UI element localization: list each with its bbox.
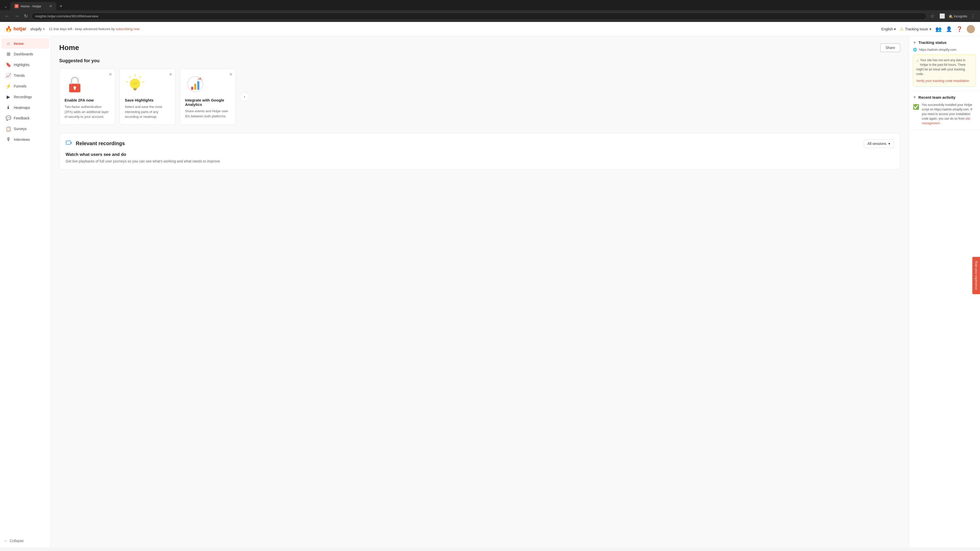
suggested-section-title: Suggested for you bbox=[59, 58, 900, 64]
extension-button[interactable]: ⬜ bbox=[938, 12, 947, 20]
tab-list-button[interactable]: ⌄ bbox=[2, 3, 10, 10]
activity-text: You successfully installed your Hotjar s… bbox=[922, 103, 976, 125]
feedback-icon: 💬 bbox=[6, 115, 11, 121]
watch-title: Watch what users see and do bbox=[65, 152, 894, 157]
menu-button[interactable]: ⋮ bbox=[969, 12, 977, 20]
dashboards-icon: ⊞ bbox=[6, 51, 11, 57]
collapse-arrow-icon: ← bbox=[4, 539, 8, 543]
back-button[interactable]: ← bbox=[3, 13, 11, 20]
sidebar-item-surveys[interactable]: 📋 Surveys bbox=[2, 124, 49, 134]
sidebar-interviews-label: Interviews bbox=[14, 138, 30, 141]
svg-rect-12 bbox=[191, 87, 193, 90]
reload-button[interactable]: ↻ bbox=[22, 12, 29, 20]
globe-icon: 🌐 bbox=[913, 48, 917, 52]
incognito-label: Incognito bbox=[954, 14, 967, 18]
warning-icon: ⚠ bbox=[916, 59, 919, 63]
avatar[interactable] bbox=[967, 25, 975, 33]
svg-line-7 bbox=[126, 82, 128, 82]
logo-icon: 🔥 bbox=[5, 26, 12, 32]
sidebar: ⌂ Home ⊞ Dashboards 🔖 Highlights 📈 Trend… bbox=[0, 36, 51, 548]
card-analytics-desc: Share events and Hotjar user IDs between… bbox=[185, 109, 231, 119]
svg-line-4 bbox=[140, 76, 141, 78]
add-user-button[interactable]: 👥 bbox=[935, 26, 942, 32]
card-highlights-desc: Select and save the most interesting par… bbox=[125, 104, 170, 119]
tracking-issue-label: Tracking issue bbox=[905, 27, 928, 31]
sidebar-item-recordings[interactable]: ▶ Recordings bbox=[2, 92, 49, 102]
card-2fa-title: Enable 2FA now bbox=[65, 98, 94, 102]
warning-text: Your site has not sent any data to Hotja… bbox=[916, 59, 966, 76]
svg-line-6 bbox=[129, 76, 130, 78]
sidebar-item-trends[interactable]: 📈 Trends bbox=[2, 70, 49, 81]
watch-desc: Get live playbacks of full user journeys… bbox=[65, 159, 894, 163]
rate-experience-tab[interactable]: Rate your experience bbox=[972, 257, 980, 294]
svg-rect-17 bbox=[66, 141, 71, 144]
help-button[interactable]: ❓ bbox=[956, 26, 963, 32]
incognito-button[interactable]: 🕵 Incognito bbox=[948, 14, 967, 18]
activity-collapse-icon[interactable]: ▼ bbox=[913, 95, 916, 99]
card-close-button-analytics[interactable]: ✕ bbox=[229, 72, 232, 77]
site-selector[interactable]: shopify ▾ bbox=[30, 27, 45, 31]
share-button[interactable]: Share bbox=[880, 43, 900, 52]
card-close-button-2fa[interactable]: ✕ bbox=[109, 72, 112, 77]
svg-marker-18 bbox=[71, 142, 72, 144]
address-bar[interactable]: insights.hotjar.com/sites/3814994/overvi… bbox=[32, 13, 927, 20]
sidebar-funnels-label: Funnels bbox=[14, 84, 27, 88]
active-tab[interactable]: H Home - Hotjar ✕ bbox=[11, 2, 56, 10]
rate-experience-label: Rate your experience bbox=[974, 261, 978, 290]
new-tab-button[interactable]: + bbox=[57, 2, 65, 10]
card-google-analytics: ✕ bbox=[180, 68, 236, 125]
sidebar-dashboards-label: Dashboards bbox=[14, 52, 33, 56]
svg-rect-2 bbox=[74, 88, 76, 90]
sidebar-collapse-button[interactable]: ← Collapse bbox=[0, 536, 51, 545]
logo[interactable]: 🔥 hotjar bbox=[5, 26, 26, 32]
sessions-filter[interactable]: All sessions ▾ bbox=[864, 139, 894, 148]
recent-activity-label: Recent team activity bbox=[918, 95, 956, 100]
interviews-icon: 🎙 bbox=[6, 137, 11, 142]
user-profile-button[interactable]: 👤 bbox=[946, 26, 952, 32]
sidebar-item-funnels[interactable]: ⚡ Funnels bbox=[2, 81, 49, 92]
sidebar-item-feedback[interactable]: 💬 Feedback bbox=[2, 113, 49, 124]
tracking-issue-button[interactable]: ⚠ Tracking issue ▾ bbox=[900, 27, 931, 32]
subscribe-link[interactable]: subscribing now bbox=[116, 27, 140, 31]
language-chevron-icon: ▾ bbox=[894, 27, 896, 31]
tracking-status-label: Tracking status bbox=[918, 40, 947, 44]
tracking-collapse-icon[interactable]: ▼ bbox=[913, 41, 916, 44]
sidebar-item-heatmaps[interactable]: 🌡 Heatmaps bbox=[2, 102, 49, 113]
surveys-icon: 📋 bbox=[6, 126, 11, 132]
tab-close-button[interactable]: ✕ bbox=[49, 4, 52, 8]
url-display: insights.hotjar.com/sites/3814994/overvi… bbox=[35, 14, 98, 18]
language-selector[interactable]: English ▾ bbox=[881, 27, 896, 31]
card-highlights-title: Save Highlights bbox=[125, 98, 154, 102]
sidebar-item-dashboards[interactable]: ⊞ Dashboards bbox=[2, 49, 49, 59]
trial-notice: 11 trial days left - keep advanced featu… bbox=[49, 27, 877, 31]
bookmark-button[interactable]: ☆ bbox=[929, 12, 936, 20]
sidebar-recordings-label: Recordings bbox=[14, 95, 32, 99]
incognito-icon: 🕵 bbox=[948, 14, 953, 18]
filter-label: All sessions bbox=[867, 141, 886, 146]
tab-title: Home - Hotjar bbox=[21, 4, 41, 8]
main-content: Home Share Suggested for you ✕ bbox=[51, 36, 908, 548]
sidebar-home-label: Home bbox=[14, 41, 24, 46]
cards-navigation: › bbox=[240, 68, 249, 125]
svg-rect-10 bbox=[134, 89, 136, 90]
lightbulb-illustration bbox=[125, 74, 145, 94]
sidebar-item-home[interactable]: ⌂ Home bbox=[2, 38, 49, 49]
svg-rect-13 bbox=[194, 84, 196, 90]
svg-rect-14 bbox=[197, 81, 199, 90]
sidebar-feedback-label: Feedback bbox=[14, 116, 29, 120]
card-close-button-highlights[interactable]: ✕ bbox=[169, 72, 172, 77]
sidebar-trends-label: Trends bbox=[14, 73, 25, 78]
sidebar-item-highlights[interactable]: 🔖 Highlights bbox=[2, 59, 49, 70]
language-label: English bbox=[881, 27, 893, 31]
svg-line-5 bbox=[142, 82, 144, 82]
recordings-section: Relevant recordings All sessions ▾ Watch… bbox=[59, 133, 900, 170]
cards-next-button[interactable]: › bbox=[240, 92, 249, 101]
sidebar-heatmaps-label: Heatmaps bbox=[14, 106, 30, 110]
suggestion-cards: ✕ Enable 2FA now Two-factor bbox=[59, 68, 900, 125]
sidebar-item-interviews[interactable]: 🎙 Interviews bbox=[2, 134, 49, 144]
forward-button[interactable]: → bbox=[13, 13, 21, 20]
tracking-url-text: https://admin.shopify.com bbox=[919, 48, 956, 52]
recordings-section-title: Relevant recordings bbox=[76, 141, 125, 146]
card-save-highlights: ✕ bbox=[119, 68, 176, 125]
verify-tracking-link[interactable]: Verify your tracking code installation bbox=[916, 78, 973, 83]
